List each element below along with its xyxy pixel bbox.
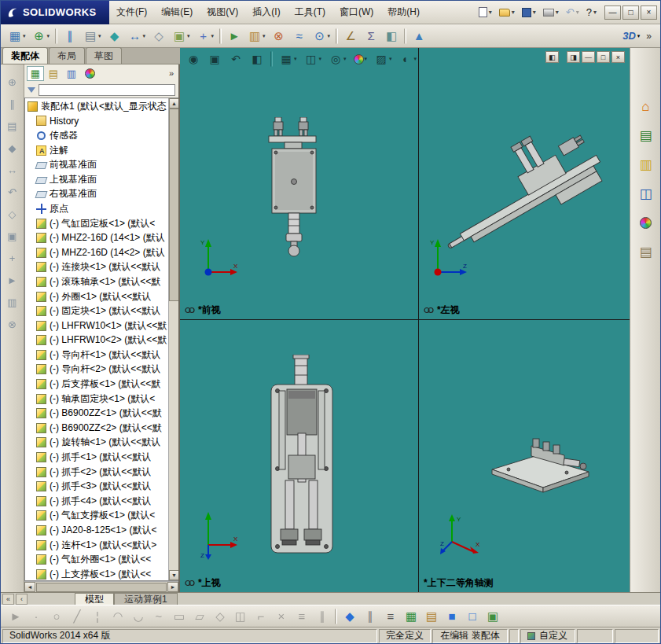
tree-item[interactable]: (-) 轴承固定块<1> (默认< xyxy=(25,392,167,407)
assembly-layout[interactable]: ▦ ▾ xyxy=(6,27,28,46)
zoom-to-fit[interactable]: ◉ xyxy=(184,50,203,68)
attachments[interactable]: ∥ xyxy=(361,607,380,626)
tree-item[interactable]: 上视基准面 xyxy=(25,172,167,187)
front-view-model[interactable] xyxy=(263,117,333,267)
minimize-document[interactable]: — xyxy=(582,51,595,63)
spline[interactable]: ~ xyxy=(149,607,168,626)
tree-item[interactable]: (-) 抓手<2> (默认<<默认 xyxy=(25,465,167,480)
tree-root-item[interactable]: 装配体1 (默认<默认_显示状态 xyxy=(25,99,167,114)
bill-of-materials[interactable]: ▥ xyxy=(4,294,21,310)
reference-geometry[interactable]: + ▾ xyxy=(194,27,217,46)
insert-components[interactable]: ⊕ ▾ xyxy=(30,27,53,46)
isometric-view-model[interactable] xyxy=(488,421,594,499)
scrollbar-thumb[interactable] xyxy=(169,109,178,301)
new-document[interactable]: ▾ xyxy=(476,5,495,20)
polygon[interactable]: ◇ xyxy=(211,607,230,626)
move-component[interactable]: ↔ ▾ xyxy=(126,27,149,46)
measure[interactable]: ∠ xyxy=(341,27,360,46)
menu-item[interactable]: 文件(F) xyxy=(109,1,154,24)
separator[interactable] xyxy=(55,28,57,44)
tree-vertical-scrollbar[interactable]: ▲ ▼ xyxy=(168,98,178,580)
menu-item[interactable]: 编辑(E) xyxy=(154,1,200,24)
separator[interactable] xyxy=(219,28,222,44)
mate[interactable]: ∥ xyxy=(4,96,21,112)
mate[interactable]: ∥ xyxy=(61,27,79,46)
view-palette[interactable]: ◫ xyxy=(635,184,657,204)
separator[interactable] xyxy=(335,609,337,624)
close-button[interactable]: × xyxy=(641,6,657,20)
instant-3d[interactable]: ▲ xyxy=(409,27,428,46)
viewport-top[interactable]: XZ *上视 xyxy=(180,320,418,592)
view-settings[interactable]: ◐ ▾ xyxy=(397,50,420,68)
tree-item[interactable]: (-) LHFRW10<2> (默认<<默 xyxy=(25,333,167,348)
interference-detection[interactable]: ⊙ ▾ xyxy=(310,27,333,46)
tables[interactable]: ▤ xyxy=(422,607,441,626)
show-hide-components[interactable]: ◇ xyxy=(4,206,21,222)
tree-item[interactable]: (-) 外圈<1> (默认<<默认 xyxy=(25,289,167,304)
reference-geometry[interactable]: + xyxy=(4,250,21,266)
section-view[interactable]: ◧ xyxy=(248,50,266,68)
tree-item[interactable]: 右视基准面 xyxy=(25,187,167,202)
move-component[interactable]: ↔ xyxy=(4,162,21,178)
component-pattern[interactable]: ▤ xyxy=(4,118,21,134)
commandmanager-tab[interactable]: 布局 xyxy=(49,47,85,64)
tangent-arc[interactable]: ◡ xyxy=(129,607,148,626)
menu-item[interactable]: 插入(I) xyxy=(245,1,287,24)
mass-properties[interactable]: Σ xyxy=(362,27,380,46)
arc[interactable]: ◠ xyxy=(108,607,127,626)
undo[interactable]: ↶ ▾ xyxy=(563,5,582,20)
tree-item[interactable]: (-) MHZ2-16D (14<2> (默认 xyxy=(25,245,167,260)
featuremanager-filter-input[interactable] xyxy=(39,84,175,96)
previous-view[interactable]: ↶ xyxy=(226,50,245,68)
scroll-left-button[interactable]: ◄ xyxy=(24,582,35,592)
new-motion-study[interactable]: ► xyxy=(225,27,244,46)
tree-item[interactable]: 前视基准面 xyxy=(25,157,167,172)
displaymanager-tab[interactable] xyxy=(81,66,98,81)
apply-scene[interactable]: ▨ ▾ xyxy=(372,50,395,68)
hide-show-items[interactable]: ◎ ▾ xyxy=(326,50,349,68)
section-properties[interactable]: ◧ xyxy=(382,27,401,46)
tree-item[interactable]: (-) 滚珠轴承<1> (默认<<默 xyxy=(25,274,167,289)
3d-sketch[interactable]: □ xyxy=(463,607,482,626)
tree-item[interactable]: (-) LHFRW10<1> (默认<<默 xyxy=(25,318,167,333)
parallelogram[interactable]: ▱ xyxy=(190,607,209,626)
tree-item[interactable]: 传感器 xyxy=(25,128,167,143)
grid-system[interactable]: ▦ xyxy=(402,607,420,626)
featuremanager-tree-tab[interactable]: ▦ xyxy=(27,66,44,81)
edit-appearance[interactable]: ▾ xyxy=(351,50,370,68)
scroll-down-button[interactable]: ▼ xyxy=(169,570,178,580)
menu-item[interactable]: 窗口(W) xyxy=(332,1,380,24)
appearances-scenes[interactable] xyxy=(635,213,657,233)
scroll-right-button[interactable]: ► xyxy=(167,582,178,592)
offset-entities[interactable]: ∥ xyxy=(313,607,332,626)
tree-item[interactable]: (-) 固定块<1> (默认<<默认 xyxy=(25,304,167,318)
rectangle[interactable]: ▭ xyxy=(170,607,189,626)
mirror-entities[interactable]: ◫ xyxy=(231,607,250,626)
tree-item[interactable]: (-) 抓手<4> (默认<<默认 xyxy=(25,494,167,509)
panel-header-more-button[interactable]: » xyxy=(169,68,176,78)
line[interactable]: ╱ xyxy=(68,607,86,626)
file-explorer[interactable]: ▥ xyxy=(635,155,657,175)
scroll-first[interactable]: « xyxy=(2,594,14,605)
custom-properties[interactable]: ▤ xyxy=(635,242,657,262)
tree-item[interactable]: History xyxy=(25,114,167,129)
restore-button[interactable]: □ xyxy=(622,6,639,20)
smart-fasteners[interactable]: ◆ xyxy=(105,27,124,46)
line-format[interactable]: ≡ xyxy=(381,607,400,626)
separator[interactable] xyxy=(336,28,338,44)
tree-item[interactable]: 原点 xyxy=(25,201,167,216)
tree-item[interactable]: (-) 旋转轴<1> (默认<<默认 xyxy=(25,436,167,451)
rotate-component[interactable]: ↶ xyxy=(4,184,21,200)
viewport-layout-left[interactable]: ◧ xyxy=(545,51,559,63)
assembly-features[interactable]: ▣ ▾ xyxy=(170,27,193,46)
restore-document[interactable]: □ xyxy=(597,51,610,63)
tree-item[interactable]: (-) 导向杆<2> (默认<<默认 xyxy=(25,362,167,377)
separator[interactable] xyxy=(270,51,273,67)
motion-study[interactable]: ► xyxy=(4,272,21,288)
linear-component-pattern[interactable]: ▤ ▾ xyxy=(81,27,104,46)
viewport-left[interactable]: ZY *左视 xyxy=(419,48,630,319)
help[interactable]: ? ▾ xyxy=(583,5,600,20)
viewport-front[interactable]: XY *前视 xyxy=(180,48,418,319)
insert-component[interactable]: ⊕ xyxy=(4,74,21,90)
centerline[interactable]: ¦ xyxy=(88,607,107,626)
